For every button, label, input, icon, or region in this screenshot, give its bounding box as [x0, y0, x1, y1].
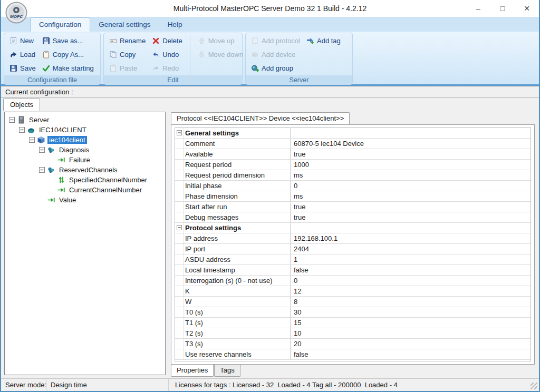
tab-tags[interactable]: Tags — [214, 365, 240, 377]
property-value[interactable]: 2404 — [291, 244, 531, 254]
property-row[interactable]: T3 (s)20 — [175, 339, 531, 349]
property-row[interactable]: IP address192.168.100.1 — [175, 233, 531, 244]
property-row[interactable]: Start after runtrue — [175, 202, 531, 212]
app-logo-icon[interactable]: MOPC — [5, 2, 27, 24]
add-device-button: Add device — [248, 47, 303, 61]
redo-button: Redo — [149, 61, 186, 75]
property-row[interactable]: Availabletrue — [175, 149, 531, 160]
property-group-row[interactable]: Protocol settings — [175, 223, 531, 233]
resize-grip[interactable] — [531, 383, 537, 389]
row-gutter — [175, 212, 184, 222]
tab-objects[interactable]: Objects — [3, 99, 40, 111]
tree-item-iec104client[interactable]: iec104client — [5, 135, 165, 145]
property-name: Interrogation (s) (0 - not use) — [184, 276, 291, 286]
property-row[interactable]: Initial phase0 — [175, 181, 531, 191]
ribbon-group-label-server: Server — [246, 75, 352, 85]
property-value[interactable]: 20 — [291, 339, 531, 349]
property-row[interactable]: T0 (s)30 — [175, 307, 531, 318]
tree-item-server[interactable]: Server — [5, 115, 165, 125]
property-value[interactable]: 0 — [291, 276, 531, 286]
property-value[interactable]: 12 — [291, 286, 531, 296]
move-down-label: Move down — [208, 51, 243, 58]
property-value[interactable]: true — [291, 212, 531, 222]
minus-box-icon — [177, 129, 182, 137]
tree-item-diagnosis[interactable]: Diagnosis — [5, 145, 165, 155]
property-value[interactable]: true — [291, 149, 531, 159]
property-row[interactable]: Request period dimensionms — [175, 170, 531, 181]
property-value[interactable]: 1 — [291, 254, 531, 264]
property-value[interactable]: 1000 — [291, 160, 531, 170]
undo-button[interactable]: Undo — [149, 47, 186, 61]
property-value[interactable]: 192.168.100.1 — [291, 233, 531, 243]
property-name: T0 (s) — [184, 307, 291, 317]
tab-configuration[interactable]: Configuration — [30, 17, 90, 32]
tree-item-currentchannelnumber[interactable]: CurrentChannelNumber — [5, 185, 165, 195]
property-value[interactable]: true — [291, 202, 531, 212]
property-row[interactable]: Phase dimensionms — [175, 191, 531, 202]
panel-splitter[interactable] — [166, 112, 171, 375]
property-value[interactable]: ms — [291, 191, 531, 201]
property-value[interactable]: 30 — [291, 307, 531, 317]
make-starting-button[interactable]: Make starting — [39, 61, 97, 75]
close-button[interactable]: ✕ — [515, 0, 539, 17]
rename-label: Rename — [120, 37, 146, 45]
tree-item-value[interactable]: Value — [5, 195, 165, 205]
row-gutter — [175, 149, 184, 159]
rename-button[interactable]: Rename — [106, 34, 149, 47]
property-row[interactable]: Use reserve channelsfalse — [175, 349, 531, 360]
save-button[interactable]: Save — [6, 61, 39, 75]
property-row[interactable]: IP port2404 — [175, 244, 531, 254]
property-name: K — [184, 286, 291, 296]
add-group-label: Add group — [262, 64, 293, 72]
property-value[interactable]: 15 — [291, 318, 531, 328]
save-as-button[interactable]: Save as... — [39, 34, 97, 47]
delete-button[interactable]: Delete — [149, 34, 186, 47]
property-value[interactable]: false — [291, 349, 531, 359]
property-group-row[interactable]: General settings — [175, 128, 531, 139]
add-group-button[interactable]: Add group — [248, 61, 303, 75]
property-row[interactable]: K12 — [175, 286, 531, 297]
tree-item-specifiedchannelnumber[interactable]: SpecifiedChannelNumber — [5, 175, 165, 185]
property-row[interactable]: Request period1000 — [175, 160, 531, 170]
property-row[interactable]: T2 (s)10 — [175, 328, 531, 339]
tab-protocol-device[interactable]: Protocol <<IEC104CLIENT>> Device <<iec10… — [171, 112, 350, 124]
add-protocol-label: Add protocol — [262, 37, 300, 45]
status-bar: Server mode: Design time Licenses for ta… — [1, 378, 539, 391]
copy-as-button[interactable]: Copy As... — [39, 47, 97, 61]
new-button[interactable]: New — [6, 34, 39, 47]
property-row[interactable]: T1 (s)15 — [175, 318, 531, 328]
properties-body: General settingsComment60870-5 iec104 De… — [171, 124, 535, 365]
property-value[interactable]: 10 — [291, 328, 531, 338]
property-row[interactable]: ASDU address1 — [175, 254, 531, 265]
add-tag-button[interactable]: Add tag — [303, 34, 344, 47]
add-device-label: Add device — [262, 51, 295, 58]
property-name: General settings — [184, 128, 291, 138]
tree-item-iec104client[interactable]: IEC104CLIENT — [5, 125, 165, 135]
tab-help[interactable]: Help — [159, 18, 191, 32]
tree-item-label: Failure — [68, 156, 92, 164]
property-value[interactable]: false — [291, 265, 531, 275]
property-value[interactable]: 60870-5 iec104 Device — [291, 139, 531, 149]
property-row[interactable]: Comment60870-5 iec104 Device — [175, 139, 531, 149]
copy-label: Copy — [120, 51, 136, 58]
property-row[interactable]: Interrogation (s) (0 - not use)0 — [175, 276, 531, 286]
property-row[interactable]: Local timestampfalse — [175, 265, 531, 276]
ribbon: NewLoadSaveSave as...Copy As...Make star… — [1, 32, 539, 86]
tab-properties[interactable]: Properties — [171, 365, 214, 377]
bottom-tab-bar: PropertiesTags — [171, 365, 240, 377]
load-button[interactable]: Load — [6, 47, 39, 61]
copy-button[interactable]: Copy — [106, 47, 149, 61]
property-row[interactable]: W8 — [175, 297, 531, 307]
maximize-button[interactable]: □ — [490, 0, 515, 17]
minimize-button[interactable]: – — [466, 0, 490, 17]
property-value[interactable]: 0 — [291, 181, 531, 191]
property-row[interactable]: Debug messagestrue — [175, 212, 531, 223]
property-value[interactable]: 8 — [291, 297, 531, 307]
property-value[interactable]: ms — [291, 170, 531, 180]
server-mode-value: Design time — [51, 381, 87, 389]
tree-item-reservedchannels[interactable]: ReservedChannels — [5, 165, 165, 175]
clipboard-icon — [42, 51, 50, 58]
tree-item-label: Server — [27, 116, 51, 124]
tab-general-settings[interactable]: General settings — [90, 18, 159, 32]
tree-item-failure[interactable]: Failure — [5, 155, 165, 165]
